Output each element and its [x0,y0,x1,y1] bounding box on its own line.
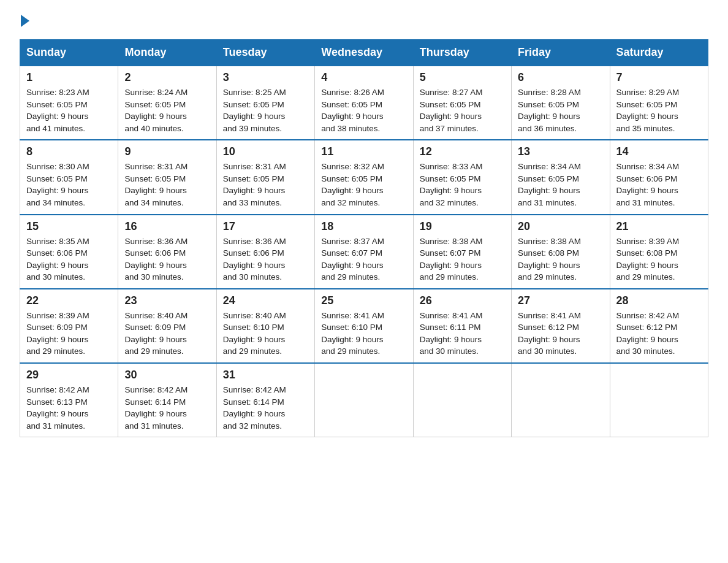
day-number: 2 [124,71,210,84]
day-info: Sunrise: 8:42 AMSunset: 6:14 PMDaylight:… [124,384,210,432]
col-header-saturday: Saturday [610,40,708,66]
day-info: Sunrise: 8:25 AMSunset: 6:05 PMDaylight:… [223,86,308,134]
day-info: Sunrise: 8:33 AMSunset: 6:05 PMDaylight:… [420,161,505,209]
day-info: Sunrise: 8:37 AMSunset: 6:07 PMDaylight:… [321,236,406,283]
day-number: 10 [223,145,308,158]
day-number: 24 [223,294,308,307]
calendar-table: SundayMondayTuesdayWednesdayThursdayFrid… [20,39,708,437]
day-cell-20: 20Sunrise: 8:38 AMSunset: 6:08 PMDayligh… [512,215,610,289]
day-info: Sunrise: 8:28 AMSunset: 6:05 PMDaylight:… [518,86,603,134]
day-cell-26: 26Sunrise: 8:41 AMSunset: 6:11 PMDayligh… [413,289,511,363]
empty-cell [413,363,511,437]
day-info: Sunrise: 8:34 AMSunset: 6:06 PMDaylight:… [616,161,702,209]
col-header-tuesday: Tuesday [216,40,314,66]
day-number: 27 [518,294,603,307]
day-number: 26 [420,294,505,307]
day-cell-24: 24Sunrise: 8:40 AMSunset: 6:10 PMDayligh… [216,289,314,363]
logo-arrow-icon [21,15,29,27]
day-cell-9: 9Sunrise: 8:31 AMSunset: 6:05 PMDaylight… [118,140,216,214]
empty-cell [315,363,413,437]
day-cell-17: 17Sunrise: 8:36 AMSunset: 6:06 PMDayligh… [216,215,314,289]
week-row-4: 22Sunrise: 8:39 AMSunset: 6:09 PMDayligh… [20,289,708,363]
week-row-1: 1Sunrise: 8:23 AMSunset: 6:05 PMDaylight… [20,66,708,140]
day-cell-12: 12Sunrise: 8:33 AMSunset: 6:05 PMDayligh… [413,140,511,214]
day-cell-23: 23Sunrise: 8:40 AMSunset: 6:09 PMDayligh… [118,289,216,363]
page-header [20,15,708,28]
col-header-wednesday: Wednesday [315,40,413,66]
empty-cell [512,363,610,437]
day-info: Sunrise: 8:24 AMSunset: 6:05 PMDaylight:… [124,86,210,134]
day-info: Sunrise: 8:38 AMSunset: 6:08 PMDaylight:… [518,236,603,283]
day-number: 28 [616,294,702,307]
day-number: 11 [321,145,406,158]
day-info: Sunrise: 8:31 AMSunset: 6:05 PMDaylight:… [223,161,308,209]
day-info: Sunrise: 8:38 AMSunset: 6:07 PMDaylight:… [420,236,505,283]
day-cell-4: 4Sunrise: 8:26 AMSunset: 6:05 PMDaylight… [315,66,413,140]
day-number: 5 [420,71,505,84]
day-info: Sunrise: 8:26 AMSunset: 6:05 PMDaylight:… [321,86,406,134]
day-cell-29: 29Sunrise: 8:42 AMSunset: 6:13 PMDayligh… [20,363,118,437]
day-number: 15 [26,220,112,233]
day-number: 20 [518,220,603,233]
day-info: Sunrise: 8:39 AMSunset: 6:08 PMDaylight:… [616,236,702,283]
day-number: 1 [26,71,112,84]
day-number: 30 [124,369,210,381]
day-number: 22 [26,294,112,307]
day-cell-11: 11Sunrise: 8:32 AMSunset: 6:05 PMDayligh… [315,140,413,214]
day-info: Sunrise: 8:40 AMSunset: 6:09 PMDaylight:… [124,310,210,358]
day-info: Sunrise: 8:30 AMSunset: 6:05 PMDaylight:… [26,161,112,209]
day-cell-28: 28Sunrise: 8:42 AMSunset: 6:12 PMDayligh… [610,289,708,363]
day-number: 29 [26,369,112,381]
day-info: Sunrise: 8:42 AMSunset: 6:12 PMDaylight:… [616,310,702,358]
day-number: 8 [26,145,112,158]
day-info: Sunrise: 8:41 AMSunset: 6:10 PMDaylight:… [321,310,406,358]
day-info: Sunrise: 8:34 AMSunset: 6:05 PMDaylight:… [518,161,603,209]
day-cell-15: 15Sunrise: 8:35 AMSunset: 6:06 PMDayligh… [20,215,118,289]
day-cell-2: 2Sunrise: 8:24 AMSunset: 6:05 PMDaylight… [118,66,216,140]
day-info: Sunrise: 8:42 AMSunset: 6:13 PMDaylight:… [26,384,112,432]
day-info: Sunrise: 8:39 AMSunset: 6:09 PMDaylight:… [26,310,112,358]
day-cell-18: 18Sunrise: 8:37 AMSunset: 6:07 PMDayligh… [315,215,413,289]
day-cell-6: 6Sunrise: 8:28 AMSunset: 6:05 PMDaylight… [512,66,610,140]
day-number: 6 [518,71,603,84]
day-cell-31: 31Sunrise: 8:42 AMSunset: 6:14 PMDayligh… [216,363,314,437]
day-info: Sunrise: 8:27 AMSunset: 6:05 PMDaylight:… [420,86,505,134]
day-cell-19: 19Sunrise: 8:38 AMSunset: 6:07 PMDayligh… [413,215,511,289]
day-cell-10: 10Sunrise: 8:31 AMSunset: 6:05 PMDayligh… [216,140,314,214]
day-info: Sunrise: 8:40 AMSunset: 6:10 PMDaylight:… [223,310,308,358]
col-header-thursday: Thursday [413,40,511,66]
day-number: 14 [616,145,702,158]
col-header-monday: Monday [118,40,216,66]
day-number: 7 [616,71,702,84]
day-cell-30: 30Sunrise: 8:42 AMSunset: 6:14 PMDayligh… [118,363,216,437]
day-number: 19 [420,220,505,233]
day-info: Sunrise: 8:36 AMSunset: 6:06 PMDaylight:… [223,236,308,283]
day-number: 16 [124,220,210,233]
col-header-sunday: Sunday [20,40,118,66]
day-info: Sunrise: 8:32 AMSunset: 6:05 PMDaylight:… [321,161,406,209]
day-number: 23 [124,294,210,307]
day-number: 18 [321,220,406,233]
day-info: Sunrise: 8:29 AMSunset: 6:05 PMDaylight:… [616,86,702,134]
day-number: 13 [518,145,603,158]
day-cell-5: 5Sunrise: 8:27 AMSunset: 6:05 PMDaylight… [413,66,511,140]
day-info: Sunrise: 8:41 AMSunset: 6:11 PMDaylight:… [420,310,505,358]
day-number: 21 [616,220,702,233]
day-cell-8: 8Sunrise: 8:30 AMSunset: 6:05 PMDaylight… [20,140,118,214]
week-row-3: 15Sunrise: 8:35 AMSunset: 6:06 PMDayligh… [20,215,708,289]
day-cell-7: 7Sunrise: 8:29 AMSunset: 6:05 PMDaylight… [610,66,708,140]
day-info: Sunrise: 8:23 AMSunset: 6:05 PMDaylight:… [26,86,112,134]
day-cell-27: 27Sunrise: 8:41 AMSunset: 6:12 PMDayligh… [512,289,610,363]
day-cell-3: 3Sunrise: 8:25 AMSunset: 6:05 PMDaylight… [216,66,314,140]
day-info: Sunrise: 8:42 AMSunset: 6:14 PMDaylight:… [223,384,308,432]
day-info: Sunrise: 8:31 AMSunset: 6:05 PMDaylight:… [124,161,210,209]
day-number: 3 [223,71,308,84]
day-cell-25: 25Sunrise: 8:41 AMSunset: 6:10 PMDayligh… [315,289,413,363]
day-number: 31 [223,369,308,381]
week-row-5: 29Sunrise: 8:42 AMSunset: 6:13 PMDayligh… [20,363,708,437]
day-cell-21: 21Sunrise: 8:39 AMSunset: 6:08 PMDayligh… [610,215,708,289]
day-info: Sunrise: 8:35 AMSunset: 6:06 PMDaylight:… [26,236,112,283]
day-number: 12 [420,145,505,158]
day-number: 17 [223,220,308,233]
calendar-header-row: SundayMondayTuesdayWednesdayThursdayFrid… [20,40,708,66]
